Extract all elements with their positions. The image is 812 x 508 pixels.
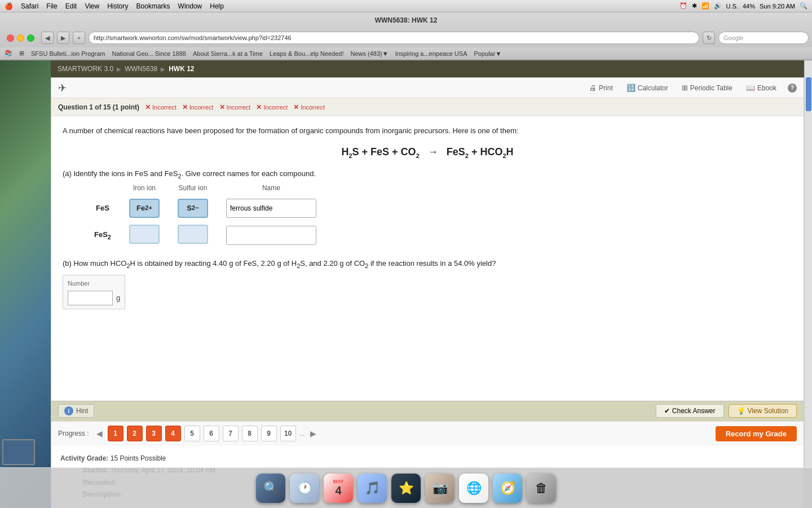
menu-safari[interactable]: Safari [21,2,38,10]
help-button[interactable]: ? [788,84,797,93]
attempt-4: ✕ Incorrect [256,103,288,111]
dock-chrome[interactable]: 🌐 [459,474,488,503]
attempt-2: ✕ Incorrect [182,103,214,111]
minimize-button[interactable] [17,34,24,42]
bookmark-popular[interactable]: Popular▼ [474,50,501,57]
apple-icon[interactable]: 🍎 [5,2,13,10]
progress-label: Progress : [58,430,89,437]
part-b-label: (b) How much HCO2H is obtained by reacti… [63,258,792,270]
volume-icon: 🔊 [714,2,722,10]
calculator-button[interactable]: 🔢 Calculator [624,82,670,93]
table-row: FeS Fe2+ S2− [85,195,325,221]
unit-label: g [116,292,120,304]
battery-status: 44% [743,3,755,10]
menu-history[interactable]: History [107,2,128,10]
breadcrumb-wwn[interactable]: WWN5638 [125,65,157,73]
fes2-iron-cell [120,221,169,251]
dock-calendar[interactable]: MAY4 [324,474,353,503]
clock-icon: ⏰ [679,2,687,10]
scrollbar-thumb[interactable] [806,77,811,111]
panel-topbar: ✈ 🖨 Print 🔢 Calculator ⊞ Periodic Table … [51,78,804,98]
bookmark-sierra[interactable]: About Sierra...k at a Time [193,50,263,57]
calculator-icon: 🔢 [626,84,636,92]
menu-window[interactable]: Window [178,2,202,10]
question-label: Question 1 of 15 (1 point) [58,103,139,111]
dock-camera[interactable]: 📷 [425,474,454,503]
page-5-button[interactable]: 5 [184,426,200,441]
bookmark-news[interactable]: News (483)▼ [351,50,389,57]
fes-iron-ion[interactable]: Fe2+ [129,199,160,218]
bookmark-leaps[interactable]: Leaps & Bou...elp Needed! [270,50,343,57]
scrollbar[interactable] [804,60,812,508]
check-answer-button[interactable]: ✔ Check Answer [656,404,724,418]
number-input[interactable] [68,291,113,305]
lightbulb-icon: 💡 [737,407,745,415]
ebook-label: Ebook [757,84,776,92]
periodic-table-button[interactable]: ⊞ Periodic Table [679,82,735,93]
forward-button[interactable]: ▶ [57,32,69,44]
dock-star[interactable]: ⭐ [391,474,421,503]
page-dots: ... [299,430,305,437]
flag-icon: U.S. [726,3,738,10]
menu-help[interactable]: Help [210,2,224,10]
bookmark-sfsu[interactable]: SFSU Bulleti...ion Program [31,50,105,57]
table-row: FeS2 [85,221,325,251]
print-button[interactable]: 🖨 Print [587,82,615,93]
menu-edit[interactable]: Edit [65,2,77,10]
bookmark-natgeo[interactable]: National Geo... Since 1888 [112,50,186,57]
question-header: Question 1 of 15 (1 point) ✕ Incorrect ✕… [51,98,804,116]
back-button[interactable]: ◀ [41,32,54,44]
add-tab-button[interactable]: + [73,32,85,44]
dock-safari[interactable]: 🧭 [493,474,522,503]
attempt-3: ✕ Incorrect [219,103,251,111]
url-bar[interactable]: http://smartwork.wwnorton.com/sw/mod/sma… [89,32,699,44]
page-2-button[interactable]: 2 [127,426,143,441]
page-6-button[interactable]: 6 [204,426,219,441]
col-name-header: Name [217,181,325,195]
part-b-section: (b) How much HCO2H is obtained by reacti… [63,258,792,309]
record-grade-button[interactable]: Record my Grade [716,426,797,441]
prev-page-button[interactable]: ◀ [95,429,104,438]
view-solution-button[interactable]: 💡 View Solution [729,404,797,418]
hint-button[interactable]: i Hint [58,404,94,418]
breadcrumb-arrow-1: ▶ [117,66,121,72]
search-bar[interactable]: Google [718,32,809,44]
refresh-button[interactable]: ↻ [703,32,715,44]
dock-finder[interactable]: 🔍 [256,474,285,503]
maximize-button[interactable] [27,34,34,42]
page-7-button[interactable]: 7 [223,426,239,441]
breadcrumb-smartwork[interactable]: SMARTWORK 3.0 [58,65,113,73]
menu-view[interactable]: View [85,2,99,10]
dock-clock[interactable]: 🕐 [290,474,319,503]
progress-bar: Progress : ◀ 1 2 3 4 5 6 7 8 9 10 ... ▶ … [51,421,804,446]
dock-itunes[interactable]: 🎵 [358,474,387,503]
next-page-button[interactable]: ▶ [308,429,318,438]
menu-file[interactable]: File [46,2,57,10]
page-9-button[interactable]: 9 [261,426,277,441]
search-icon[interactable]: 🔍 [800,2,807,10]
fes-sulfur-ion[interactable]: S2− [178,199,208,218]
page-10-button[interactable]: 10 [280,426,296,441]
fes2-name-input[interactable] [226,226,316,245]
dock-trash[interactable]: 🗑 [527,474,556,503]
mac-status-bar: ⏰ ✱ 📶 🔊 U.S. 44% Sun 9:20 AM 🔍 [679,2,807,10]
fes-name-input[interactable] [226,199,316,218]
close-button[interactable] [7,34,14,42]
activity-grade-label: Activity Grade: [60,454,108,462]
fes2-label: FeS2 [85,221,120,251]
fes-iron-cell: Fe2+ [120,195,169,221]
page-8-button[interactable]: 8 [242,426,258,441]
menu-bookmarks[interactable]: Bookmarks [136,2,170,10]
incorrect-4: Incorrect [263,104,288,111]
question-text-1: A number of chemical reactions have been… [63,125,792,137]
print-label: Print [599,84,613,92]
page-4-button[interactable]: 4 [165,426,181,441]
bookmark-inspiring[interactable]: Inspiring a...enpeace USA [395,50,467,57]
breadcrumb-hwk: HWK 12 [169,65,194,73]
page-1-button[interactable]: 1 [108,426,123,441]
ebook-button[interactable]: 📖 Ebook [744,82,779,93]
fes2-sulfur-input[interactable] [178,225,208,244]
traffic-lights [3,34,38,42]
page-3-button[interactable]: 3 [146,426,162,441]
fes2-iron-input[interactable] [129,225,160,244]
